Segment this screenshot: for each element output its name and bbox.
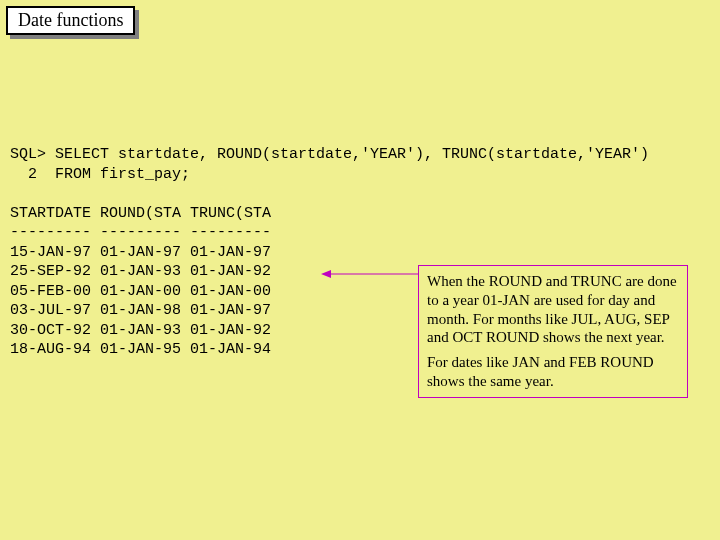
title-box: Date functions	[6, 6, 135, 35]
callout-paragraph-1: When the ROUND and TRUNC are done to a y…	[427, 272, 679, 347]
title-text: Date functions	[18, 10, 123, 30]
callout-box: When the ROUND and TRUNC are done to a y…	[418, 265, 688, 398]
callout-paragraph-2: For dates like JAN and FEB ROUND shows t…	[427, 353, 679, 391]
